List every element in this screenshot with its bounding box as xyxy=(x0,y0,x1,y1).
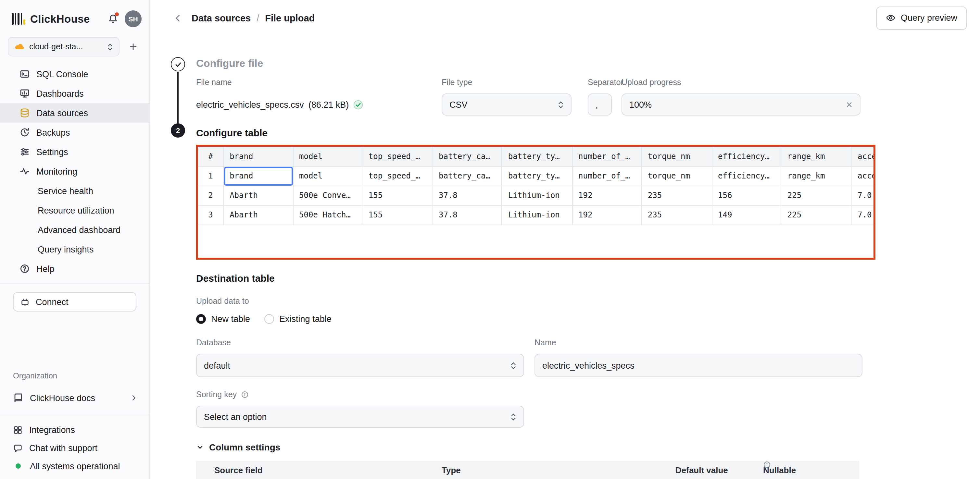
table-cell[interactable]: number_of_… xyxy=(572,166,642,186)
plus-icon xyxy=(129,42,138,51)
query-preview-button[interactable]: Query preview xyxy=(876,6,967,30)
sidebar-item-dashboards[interactable]: Dashboards xyxy=(0,84,150,103)
table-cell[interactable]: 192 xyxy=(572,205,642,225)
breadcrumb-data-sources[interactable]: Data sources xyxy=(192,13,251,23)
avatar[interactable]: SH xyxy=(125,10,142,27)
integrations-link[interactable]: Integrations xyxy=(0,420,150,439)
sidebar-item-label: Backups xyxy=(37,127,70,137)
chat-support-link[interactable]: Chat with support xyxy=(0,439,150,457)
sidebar-item-service-health[interactable]: Service health xyxy=(0,181,150,201)
new-table-radio[interactable]: New table xyxy=(196,314,250,324)
row-number: 1 xyxy=(198,166,223,186)
step-2-badge: 2 xyxy=(171,123,185,138)
service-selector[interactable]: cloud-get-sta... xyxy=(8,37,119,57)
column-settings-toggle[interactable]: Column settings xyxy=(196,442,980,452)
sidebar-item-query-insights[interactable]: Query insights xyxy=(0,240,150,259)
table-cell[interactable]: 192 xyxy=(572,186,642,205)
clear-icon[interactable]: ✕ xyxy=(846,100,853,109)
existing-table-radio[interactable]: Existing table xyxy=(264,314,331,324)
table-cell[interactable]: 149 xyxy=(712,205,781,225)
file-type-value: CSV xyxy=(449,100,468,109)
table-cell[interactable]: 37.8 xyxy=(433,205,502,225)
table-cell[interactable]: top_speed_… xyxy=(363,166,433,186)
query-preview-label: Query preview xyxy=(901,13,957,23)
file-type-select[interactable]: CSV xyxy=(442,94,571,116)
add-service-button[interactable] xyxy=(125,38,142,55)
new-table-label: New table xyxy=(211,314,250,324)
sidebar: ClickHouse SH cloud-get-sta... xyxy=(0,0,150,479)
table-cell[interactable]: 225 xyxy=(781,186,851,205)
table-cell[interactable]: Lithium-ion xyxy=(502,186,572,205)
sidebar-item-backups[interactable]: Backups xyxy=(0,123,150,142)
configure-file-form: File name electric_vehicles_specs.csv (8… xyxy=(196,78,980,116)
column-header: torque_nm xyxy=(642,147,712,166)
activity-icon xyxy=(19,166,30,176)
sidebar-item-settings[interactable]: Settings xyxy=(0,142,150,162)
table-cell[interactable]: 235 xyxy=(642,186,712,205)
table-cell[interactable]: Abarth xyxy=(223,205,293,225)
sidebar-item-resource-utilization[interactable]: Resource utilization xyxy=(0,201,150,220)
table-preview-highlight: # brand model top_speed_… battery_ca… ba… xyxy=(196,145,875,260)
column-settings-label: Column settings xyxy=(209,442,280,452)
source-field-header: Source field xyxy=(214,461,263,479)
table-cell[interactable]: accelerati… xyxy=(851,166,875,186)
database-name-row: Database default Name electric_vehicles_… xyxy=(196,338,980,377)
column-header: battery_ca… xyxy=(433,147,502,166)
connect-button[interactable]: Connect xyxy=(13,292,136,312)
table-cell[interactable]: range_km xyxy=(781,166,851,186)
upload-progress-field[interactable]: 100% ✕ xyxy=(622,94,861,116)
back-button[interactable] xyxy=(171,11,185,25)
column-header: model xyxy=(293,147,363,166)
table-cell[interactable]: 156 xyxy=(712,186,781,205)
notifications-bell-icon[interactable] xyxy=(108,14,118,24)
sorting-key-block: Sorting key Select an option xyxy=(196,390,980,428)
status-label: All systems operational xyxy=(30,461,120,471)
table-cell[interactable]: 7.0 xyxy=(851,205,875,225)
table-cell[interactable]: Abarth xyxy=(223,186,293,205)
table-cell[interactable]: battery_ca… xyxy=(433,166,502,186)
table-name-input[interactable]: electric_vehicles_specs xyxy=(535,354,862,377)
table-cell[interactable]: 155 xyxy=(363,205,433,225)
database-select[interactable]: default xyxy=(196,354,524,377)
info-icon xyxy=(240,391,248,398)
row-number: 3 xyxy=(198,205,223,225)
clickhouse-logo-icon xyxy=(12,13,25,25)
table-cell[interactable]: 225 xyxy=(781,205,851,225)
table-cell[interactable]: 500e Hatch… xyxy=(293,205,363,225)
sidebar-item-sql-console[interactable]: SQL Console xyxy=(0,64,150,84)
divider xyxy=(0,415,150,416)
sidebar-item-data-sources[interactable]: Data sources xyxy=(0,103,150,123)
configure-table-title: Configure table xyxy=(196,127,980,138)
table-cell[interactable]: 235 xyxy=(642,205,712,225)
table-cell[interactable]: 500e Conve… xyxy=(293,186,363,205)
table-cell[interactable]: torque_nm xyxy=(642,166,712,186)
column-header: range_km xyxy=(781,147,851,166)
sidebar-item-label: Monitoring xyxy=(37,167,77,176)
service-selector-row: cloud-get-sta... xyxy=(8,37,142,57)
table-cell[interactable]: 37.8 xyxy=(433,186,502,205)
chevron-left-icon xyxy=(173,13,183,22)
separator-input[interactable]: , xyxy=(588,94,612,116)
table-cell[interactable]: battery_ty… xyxy=(502,166,572,186)
table-cell[interactable]: model xyxy=(293,166,363,186)
system-status-link[interactable]: All systems operational xyxy=(0,457,150,475)
table-header-row: # brand model top_speed_… battery_ca… ba… xyxy=(198,147,875,166)
name-label: Name xyxy=(535,338,862,347)
sorting-key-select[interactable]: Select an option xyxy=(196,406,524,428)
sidebar-item-help[interactable]: Help xyxy=(0,259,150,278)
sidebar-item-label: Advanced dashboard xyxy=(38,225,121,235)
table-cell[interactable]: 155 xyxy=(363,186,433,205)
sidebar-item-label: Data sources xyxy=(37,108,88,118)
sidebar-item-monitoring[interactable]: Monitoring xyxy=(0,162,150,181)
breadcrumb-separator: / xyxy=(256,13,259,23)
table-cell-focused[interactable]: brand xyxy=(223,166,293,186)
sorting-key-value: Select an option xyxy=(204,412,267,422)
table-cell[interactable]: Lithium-ion xyxy=(502,205,572,225)
file-name-label: File name xyxy=(196,78,442,87)
radio-unselected-icon xyxy=(264,314,274,324)
column-settings-table: Source field Type Default value Nullable… xyxy=(196,461,859,479)
table-cell[interactable]: 7.0 xyxy=(851,186,875,205)
sidebar-item-advanced-dashboard[interactable]: Advanced dashboard xyxy=(0,220,150,240)
table-cell[interactable]: efficiency… xyxy=(712,166,781,186)
clickhouse-docs-link[interactable]: ClickHouse docs xyxy=(0,388,150,408)
